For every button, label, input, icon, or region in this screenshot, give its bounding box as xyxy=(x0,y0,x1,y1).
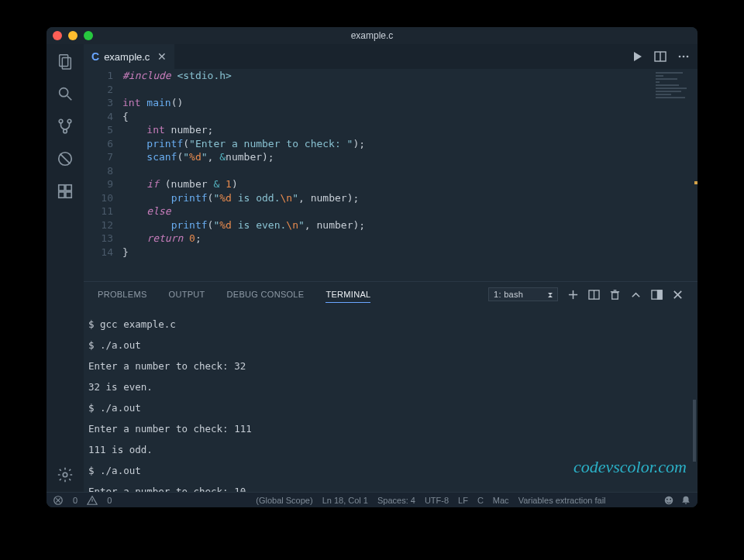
svg-rect-27 xyxy=(657,290,662,298)
svg-point-16 xyxy=(679,56,681,58)
svg-rect-12 xyxy=(66,192,71,198)
kill-terminal-icon[interactable] xyxy=(609,289,621,301)
tab-problems[interactable]: PROBLEMS xyxy=(98,287,147,302)
more-actions-icon[interactable] xyxy=(677,50,690,63)
eol[interactable]: LF xyxy=(458,496,468,505)
language-badge-icon: C xyxy=(91,50,99,63)
window-controls xyxy=(53,31,93,40)
language-mode[interactable]: C xyxy=(477,496,484,505)
search-icon[interactable] xyxy=(56,84,74,103)
terminal-line: 32 is even. xyxy=(88,382,698,393)
errors-count[interactable]: 0 xyxy=(73,496,78,505)
scope-indicator[interactable]: (Global Scope) xyxy=(256,496,312,505)
terminal-line: $ ./a.out xyxy=(88,466,698,476)
cursor-position[interactable]: Ln 18, Col 1 xyxy=(322,496,368,505)
feedback-icon[interactable] xyxy=(663,495,674,506)
encoding[interactable]: UTF-8 xyxy=(425,496,449,505)
titlebar: example.c xyxy=(46,27,698,44)
status-right xyxy=(663,495,691,506)
terminal-line: $ ./a.out xyxy=(88,403,698,414)
line-gutter: 1 2 3 4 5 6 7 8 9 10 11 12 13 14 xyxy=(84,69,122,281)
maximize-panel-icon[interactable] xyxy=(630,289,642,301)
tab-output[interactable]: OUTPUT xyxy=(169,287,205,302)
svg-line-3 xyxy=(67,96,72,101)
status-center: (Global Scope) Ln 18, Col 1 Spaces: 4 UT… xyxy=(256,496,605,505)
tab-debug-console[interactable]: DEBUG CONSOLE xyxy=(227,287,305,302)
warnings-icon[interactable] xyxy=(87,495,98,506)
svg-rect-23 xyxy=(612,292,618,298)
svg-rect-9 xyxy=(59,185,64,191)
svg-rect-11 xyxy=(59,192,64,198)
minimize-window-icon[interactable] xyxy=(68,31,78,40)
window-title: example.c xyxy=(351,30,394,41)
svg-point-35 xyxy=(666,498,668,500)
svg-line-8 xyxy=(60,154,71,164)
overview-marker xyxy=(694,181,698,184)
run-icon[interactable] xyxy=(631,50,643,63)
panel: PROBLEMS OUTPUT DEBUG CONSOLE TERMINAL 1… xyxy=(84,281,698,492)
svg-point-5 xyxy=(67,119,71,123)
indentation[interactable]: Spaces: 4 xyxy=(377,496,415,505)
os-indicator[interactable]: Mac xyxy=(493,496,509,505)
terminal-line: 111 is odd. xyxy=(88,445,698,455)
terminal-line: $ ./a.out xyxy=(88,340,698,351)
minimap[interactable] xyxy=(656,72,694,100)
svg-rect-1 xyxy=(62,57,71,69)
status-message[interactable]: Variables extraction fail xyxy=(518,496,606,505)
svg-point-2 xyxy=(60,88,68,97)
svg-point-36 xyxy=(670,498,671,500)
errors-icon[interactable] xyxy=(53,495,64,506)
close-tab-icon[interactable]: ✕ xyxy=(157,50,167,63)
zoom-window-icon[interactable] xyxy=(84,31,93,40)
terminal-scrollbar[interactable] xyxy=(693,400,696,462)
terminal-line: Enter a number to check: 111 xyxy=(88,424,698,435)
terminal-selector[interactable]: 1: bash xyxy=(488,287,558,301)
status-left: 0 0 xyxy=(53,495,112,506)
source-control-icon[interactable] xyxy=(56,117,74,136)
split-editor-icon[interactable] xyxy=(654,50,666,63)
warnings-count[interactable]: 0 xyxy=(107,496,112,505)
close-window-icon[interactable] xyxy=(53,31,62,40)
settings-gear-icon[interactable] xyxy=(56,466,74,484)
terminal[interactable]: $ gcc example.c $ ./a.out Enter a number… xyxy=(84,307,698,492)
svg-point-17 xyxy=(683,56,685,58)
debug-icon[interactable] xyxy=(56,149,74,168)
tab-example-c[interactable]: C example.c ✕ xyxy=(84,44,174,69)
terminal-line: $ gcc example.c xyxy=(88,319,698,330)
svg-point-4 xyxy=(59,119,63,123)
close-panel-icon[interactable] xyxy=(672,289,684,301)
panel-controls: 1: bash xyxy=(488,287,684,301)
terminal-line: Enter a number to check: 32 xyxy=(88,361,698,372)
extensions-icon[interactable] xyxy=(56,182,74,201)
activity-bar xyxy=(46,44,84,492)
status-bar: 0 0 (Global Scope) Ln 18, Col 1 Spaces: … xyxy=(46,492,698,507)
explorer-icon[interactable] xyxy=(56,52,74,70)
notifications-bell-icon[interactable] xyxy=(680,495,691,506)
editor-group: C example.c ✕ 1 2 3 4 5 6 xyxy=(84,44,698,492)
terminal-line: Enter a number to check: 10 xyxy=(88,486,698,493)
svg-point-13 xyxy=(63,472,67,477)
split-terminal-icon[interactable] xyxy=(588,289,600,301)
svg-rect-0 xyxy=(60,55,68,67)
editor-window: example.c C xyxy=(46,27,698,507)
panel-tabs: PROBLEMS OUTPUT DEBUG CONSOLE TERMINAL 1… xyxy=(84,282,698,307)
tab-terminal[interactable]: TERMINAL xyxy=(326,287,370,303)
svg-rect-10 xyxy=(66,185,71,191)
toggle-panel-icon[interactable] xyxy=(651,289,663,301)
main-area: C example.c ✕ 1 2 3 4 5 6 xyxy=(46,44,698,492)
tab-filename: example.c xyxy=(104,51,150,63)
new-terminal-icon[interactable] xyxy=(567,289,579,301)
tab-bar: C example.c ✕ xyxy=(84,44,698,69)
code-editor[interactable]: 1 2 3 4 5 6 7 8 9 10 11 12 13 14 #includ… xyxy=(84,69,698,281)
svg-point-18 xyxy=(687,56,689,58)
code-content[interactable]: #include <stdio.h> int main() { int numb… xyxy=(122,69,698,281)
editor-actions xyxy=(631,50,698,63)
